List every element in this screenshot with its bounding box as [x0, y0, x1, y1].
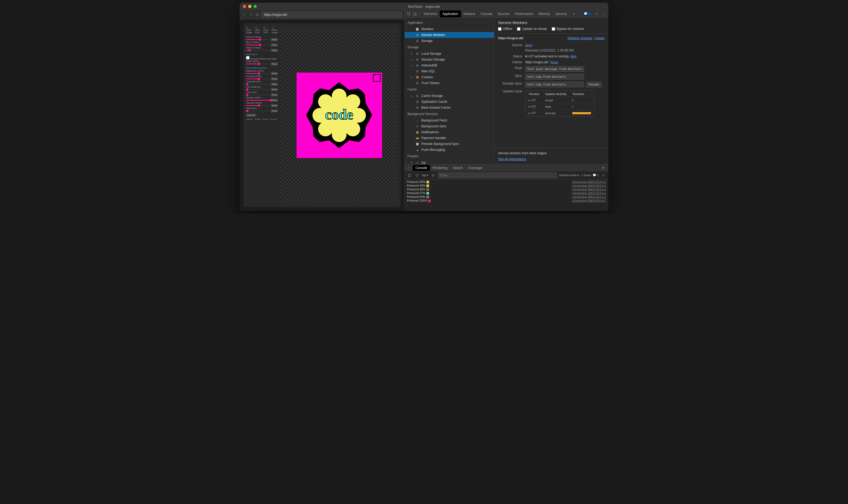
console-settings-icon[interactable] [601, 173, 606, 178]
tab-sources[interactable]: Sources [495, 11, 512, 17]
check-offline[interactable]: Offline [498, 27, 512, 31]
device-icon[interactable] [412, 11, 418, 17]
log-levels[interactable]: Default levels ▾ [559, 174, 579, 177]
slider[interactable] [246, 84, 270, 85]
nav-item-trust-tokens[interactable]: ≣Trust Tokens [405, 80, 494, 86]
issues-link[interactable]: 1 Issue: 💬 1 [581, 174, 599, 177]
source-link[interactable]: sw.js [525, 43, 532, 47]
nav-item-application-cache[interactable]: ≣Application Cache [405, 99, 494, 105]
slider[interactable] [246, 73, 270, 74]
nav-item-web-sql[interactable]: ≣Web SQL [405, 68, 494, 74]
nav-item-indexeddb[interactable]: ▸≣IndexedDB [405, 62, 494, 68]
url-input[interactable] [262, 12, 402, 18]
periodic-sync-input[interactable] [525, 82, 584, 87]
nav-item-periodic-background-sync[interactable]: 🕓Periodic Background Sync [405, 141, 494, 147]
reset-button[interactable]: Reset [271, 93, 278, 96]
nav-item-background-fetch[interactable]: ↕Background Fetch [405, 118, 494, 123]
tab-security[interactable]: Security [553, 11, 570, 17]
see-all-link[interactable]: See all registrations [498, 157, 526, 161]
reset-button[interactable]: Reset [271, 49, 278, 52]
slider[interactable] [246, 44, 270, 46]
toolbar-save-svg[interactable]: ▢ Save SVG [255, 26, 261, 34]
slider[interactable] [246, 100, 270, 101]
reset-button[interactable]: Reset [271, 109, 278, 112]
nav-item-background-sync[interactable]: ↻Background Sync [405, 123, 494, 129]
nav-item-notifications[interactable]: 🔔Notifications [405, 129, 494, 135]
toolbar-paste-image[interactable]: ▢ Paste Image [272, 26, 278, 34]
drawer-tab-search[interactable]: Search [450, 165, 465, 171]
clear-console-icon[interactable] [414, 173, 420, 178]
stop-link[interactable]: stop [570, 54, 576, 58]
console-filter-input[interactable] [438, 173, 557, 178]
reset-all-button[interactable]: Reset All [246, 114, 256, 116]
drawer-kebab-icon[interactable]: ⋮ [406, 165, 412, 170]
log-source-link[interactable]: colorworker.3bb51423.js:1 [572, 199, 606, 202]
reset-button[interactable]: Reset [271, 77, 278, 80]
log-source-link[interactable]: colorworker.3bb51423.js:1 [572, 192, 606, 195]
toolbar-open-image[interactable]: ▢ Open Image [246, 26, 253, 34]
inspect-icon[interactable] [406, 11, 412, 17]
reset-button[interactable]: Reset [271, 43, 278, 47]
drawer-tab-coverage[interactable]: Coverage [465, 165, 485, 171]
pixel-ratio-check[interactable] [246, 56, 249, 59]
kebab-icon[interactable]: ⋮ [601, 11, 607, 17]
log-source-link[interactable]: colorworker.3bb51423.js:1 [572, 188, 606, 191]
reload-icon[interactable] [255, 13, 259, 17]
nav-item-cache-storage[interactable]: ▸≣Cache Storage [405, 93, 494, 99]
update-link[interactable]: Update [594, 36, 605, 40]
nav-item-top[interactable]: ▸▭top [405, 160, 494, 164]
focus-link[interactable]: focus [550, 60, 558, 64]
console-sidebar-icon[interactable] [407, 173, 412, 178]
drawer-close-icon[interactable]: ✕ [600, 166, 607, 170]
section-input-size[interactable]: Input Size ▾ [246, 53, 278, 55]
tab-elements[interactable]: Elements [421, 11, 440, 17]
nav-item-push-messaging[interactable]: ☁Push Messaging [405, 147, 494, 153]
log-source-link[interactable]: colorworker.3bb51423.js:1 [572, 180, 606, 183]
toolbar-copy-svg[interactable]: ▢ Copy SVG [263, 26, 269, 34]
nav-item-cookies[interactable]: ▸🍪Cookies [405, 74, 494, 80]
nav-item-session-storage[interactable]: ▸≣Session Storage [405, 57, 494, 62]
tab-memory[interactable]: Memory [536, 11, 553, 17]
nav-item-service-workers[interactable]: ⚙Service Workers [405, 32, 494, 38]
forward-icon[interactable] [249, 13, 253, 17]
slider[interactable] [246, 94, 270, 95]
tab-console[interactable]: Console [478, 11, 495, 17]
nav-item-local-storage[interactable]: ▸≣Local Storage [405, 51, 494, 57]
tab-performance[interactable]: Performance [512, 11, 536, 17]
close-window[interactable] [243, 5, 246, 8]
console-context[interactable]: top ▾ [422, 174, 428, 177]
push-input[interactable] [525, 66, 584, 72]
tab-network[interactable]: Network [461, 11, 478, 17]
tab-application[interactable]: Application [440, 11, 461, 17]
issues-badge[interactable]: 💬 1 [582, 12, 592, 16]
nav-item-back-forward-cache[interactable]: ≣Back-forward Cache [405, 105, 494, 110]
back-icon[interactable] [242, 13, 247, 17]
reset-button[interactable]: Reset [271, 38, 278, 41]
slider[interactable] [246, 39, 270, 40]
nav-item-storage[interactable]: ≣Storage [405, 38, 494, 44]
reset-button[interactable]: Reset [271, 83, 278, 86]
slider[interactable] [246, 64, 270, 64]
slider[interactable] [246, 50, 270, 51]
minimize-window[interactable] [248, 5, 252, 8]
slider[interactable] [246, 89, 270, 90]
log-source-link[interactable]: colorworker.3bb51423.js:1 [572, 184, 606, 187]
sync-input[interactable] [525, 74, 584, 79]
nav-item-payment-handler[interactable]: 💳Payment Handler [405, 135, 494, 141]
drawer-tab-rendering[interactable]: Rendering [430, 165, 450, 171]
section-preprocessing[interactable]: Input Preprocessing ▾ [246, 67, 278, 69]
console-prompt[interactable]: › [407, 203, 606, 207]
log-source-link[interactable]: colorworker.3bb51423.js:1 [572, 195, 606, 198]
reset-button[interactable]: Reset [271, 88, 278, 91]
periodic-sync-button[interactable]: Periodic [586, 82, 602, 87]
slider[interactable] [246, 78, 270, 79]
live-expr-icon[interactable] [430, 173, 436, 178]
more-tabs[interactable]: » [570, 11, 577, 17]
slider[interactable] [246, 110, 270, 111]
reset-button[interactable]: Reset [271, 104, 278, 107]
check-bypass-for-network[interactable]: Bypass for network [552, 27, 584, 31]
reset-button[interactable]: Reset [271, 62, 278, 66]
nav-item-manifest[interactable]: 📄Manifest [405, 26, 494, 32]
slider[interactable] [246, 105, 270, 106]
maximize-window[interactable] [254, 5, 257, 8]
